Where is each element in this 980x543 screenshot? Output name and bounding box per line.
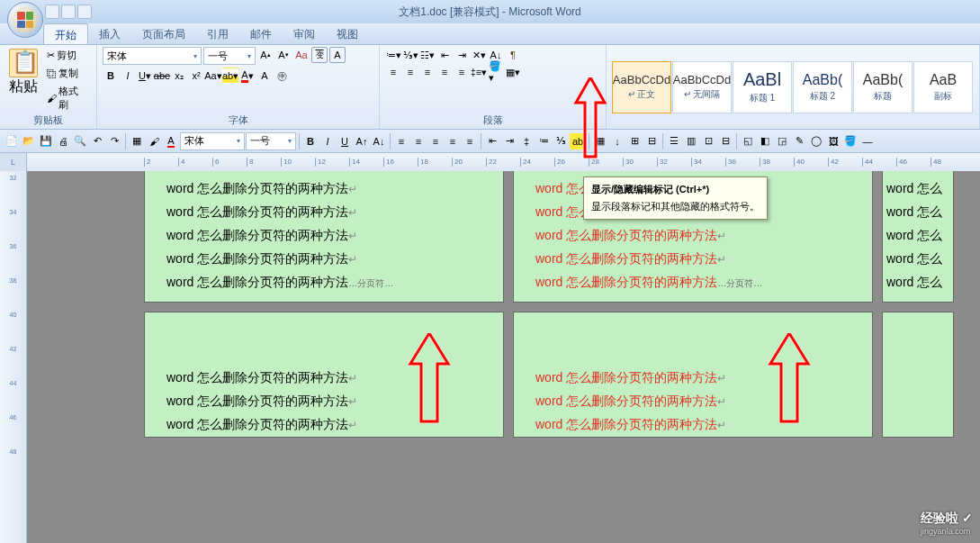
char-border-icon[interactable]: A <box>329 47 346 63</box>
align-right-icon[interactable]: ≡ <box>419 64 436 80</box>
qat2-pic-icon[interactable]: 🖼 <box>825 133 841 149</box>
doc-line[interactable]: word 怎么删除分页符的两种方法↵ <box>166 177 481 201</box>
qat2-bold-icon[interactable]: B <box>302 133 319 149</box>
qat2-justify-icon[interactable]: ≡ <box>445 133 461 149</box>
page-3[interactable]: word 怎么 word 怎么 word 怎么 word 怎么 word 怎么 <box>882 171 954 303</box>
office-button[interactable] <box>7 2 43 38</box>
qat2-line-icon[interactable]: — <box>859 133 876 149</box>
qat2-shape-icon[interactable]: ◯ <box>808 133 824 149</box>
grow-font-icon[interactable]: A▴ <box>257 47 274 63</box>
style-normal[interactable]: AaBbCcDd↵ 正文 <box>612 61 671 113</box>
doc-line[interactable]: word 怎么删除分页符的两种方法↵ <box>166 224 481 248</box>
qat2-print-icon[interactable]: 🖨 <box>55 133 71 149</box>
qat2-underline-icon[interactable]: U <box>337 133 353 149</box>
phonetic-icon[interactable]: 变 <box>311 47 328 63</box>
qat2-save-icon[interactable]: 💾 <box>38 133 54 149</box>
vertical-ruler[interactable]: 323436384042444648 <box>0 171 27 543</box>
bullets-icon[interactable]: ≔▾ <box>385 47 401 63</box>
borders-icon[interactable]: ▦▾ <box>505 64 521 80</box>
doc-line[interactable]: word 怎么删除分页符的两种方法…分页符… <box>166 271 481 294</box>
font-color-icon[interactable]: A▾ <box>239 68 256 84</box>
qat-save-icon[interactable] <box>45 5 59 19</box>
highlight-icon[interactable]: ab▾ <box>222 68 238 84</box>
page-1[interactable]: word 怎么删除分页符的两种方法↵ word 怎么删除分页符的两种方法↵ wo… <box>144 171 504 303</box>
text-direction-icon[interactable]: ✕▾ <box>471 47 487 63</box>
style-heading2[interactable]: AaBb(标题 2 <box>793 61 852 113</box>
tab-references[interactable]: 引用 <box>196 23 239 44</box>
distribute-icon[interactable]: ≡ <box>454 64 470 80</box>
qat2-align-br-icon[interactable]: ◲ <box>774 133 790 149</box>
qat2-align-tl-icon[interactable]: ◱ <box>740 133 756 149</box>
numbering-icon[interactable]: ⅓▾ <box>402 47 418 63</box>
shrink-font-icon[interactable]: A▾ <box>275 47 292 63</box>
qat2-row-icon[interactable]: ☰ <box>666 133 682 149</box>
qat2-spacing-icon[interactable]: ‡ <box>518 133 535 149</box>
tab-home[interactable]: 开始 <box>43 23 88 44</box>
qat2-shrink-icon[interactable]: A↓ <box>371 133 387 149</box>
tab-insert[interactable]: 插入 <box>88 23 131 44</box>
qat2-delete-icon[interactable]: ⊟ <box>643 133 660 149</box>
increase-indent-icon[interactable]: ⇥ <box>454 47 470 63</box>
change-case-icon[interactable]: Aa▾ <box>205 68 221 84</box>
align-center-icon[interactable]: ≡ <box>402 64 418 80</box>
qat-redo-icon[interactable] <box>77 5 92 19</box>
subscript-icon[interactable]: x₂ <box>171 68 187 84</box>
qat2-outdent-icon[interactable]: ⇤ <box>484 133 500 149</box>
line-spacing-icon[interactable]: ‡≡▾ <box>471 64 487 80</box>
bold-icon[interactable]: B <box>103 68 119 84</box>
doc-line[interactable]: word 怎么 <box>886 271 949 294</box>
style-no-spacing[interactable]: AaBbCcDd↵ 无间隔 <box>672 61 732 113</box>
qat2-table-icon[interactable]: ▦ <box>129 133 145 149</box>
justify-icon[interactable]: ≡ <box>436 64 453 80</box>
qat2-draw-icon[interactable]: ✎ <box>791 133 807 149</box>
format-painter-button[interactable]: 🖌格式刷 <box>43 83 91 113</box>
style-title[interactable]: AaBb(标题 <box>853 61 913 113</box>
qat2-align-center-icon[interactable]: ≡ <box>410 133 427 149</box>
doc-line[interactable]: word 怎么删除分页符的两种方法↵ <box>166 201 481 224</box>
align-left-icon[interactable]: ≡ <box>385 64 401 80</box>
page-6[interactable] <box>882 312 954 438</box>
tab-view[interactable]: 视图 <box>326 23 369 44</box>
copy-button[interactable]: ⿻复制 <box>43 65 91 82</box>
cut-button[interactable]: ✂剪切 <box>43 47 91 64</box>
qat2-font-combo[interactable]: 宋体▾ <box>180 132 245 150</box>
qat2-size-combo[interactable]: 一号▾ <box>246 132 296 150</box>
doc-line[interactable]: word 怎么删除分页符的两种方法…分页符… <box>535 271 850 294</box>
doc-line[interactable]: word 怎么 <box>886 224 949 248</box>
superscript-icon[interactable]: x² <box>188 68 204 84</box>
doc-line[interactable]: word 怎么 <box>886 201 949 224</box>
page-5[interactable]: word 怎么删除分页符的两种方法↵ word 怎么删除分页符的两种方法↵ wo… <box>513 312 873 438</box>
qat2-insert-icon[interactable]: ⊞ <box>626 133 643 149</box>
qat2-split-icon[interactable]: ⊟ <box>717 133 733 149</box>
qat2-italic-icon[interactable]: I <box>319 133 336 149</box>
italic-icon[interactable]: I <box>120 68 136 84</box>
qat2-redo-icon[interactable]: ↷ <box>106 133 122 149</box>
tab-review[interactable]: 审阅 <box>283 23 326 44</box>
qat2-align-left-icon[interactable]: ≡ <box>393 133 409 149</box>
qat2-undo-icon[interactable]: ↶ <box>89 133 105 149</box>
qat2-open-icon[interactable]: 📂 <box>21 133 37 149</box>
qat-undo-icon[interactable] <box>61 5 76 19</box>
qat2-sort-icon[interactable]: ↓ <box>609 133 625 149</box>
horizontal-ruler[interactable]: 2468101214161820222426283032343638404244… <box>27 153 980 171</box>
enclose-char-icon[interactable]: ㊥ <box>274 68 290 84</box>
qat2-merge-icon[interactable]: ⊡ <box>700 133 716 149</box>
doc-line[interactable]: word 怎么删除分页符的两种方法↵ <box>535 248 850 271</box>
char-shading-icon[interactable]: A <box>256 68 273 84</box>
qat2-align-right-icon[interactable]: ≡ <box>427 133 444 149</box>
tab-page-layout[interactable]: 页面布局 <box>131 23 196 44</box>
qat2-dist-icon[interactable]: ≡ <box>462 133 478 149</box>
doc-line[interactable]: word 怎么删除分页符的两种方法↵ <box>166 248 481 271</box>
qat2-new-icon[interactable]: 📄 <box>4 133 20 149</box>
style-subtitle[interactable]: AaB副标 <box>913 61 973 113</box>
paste-button[interactable]: 粘贴 <box>5 47 41 98</box>
qat2-grow-icon[interactable]: A↑ <box>354 133 370 149</box>
clear-format-icon[interactable]: Aa <box>293 47 310 63</box>
show-hide-marks-button[interactable]: ¶ <box>505 47 521 63</box>
qat2-align-ct-icon[interactable]: ◧ <box>757 133 773 149</box>
font-name-combo[interactable]: 宋体▾ <box>103 47 202 65</box>
qat2-preview-icon[interactable]: 🔍 <box>72 133 88 149</box>
doc-line[interactable]: word 怎么删除分页符的两种方法↵ <box>535 224 850 248</box>
qat2-fill-icon[interactable]: 🪣 <box>842 133 859 149</box>
doc-line[interactable]: word 怎么 <box>886 177 949 201</box>
